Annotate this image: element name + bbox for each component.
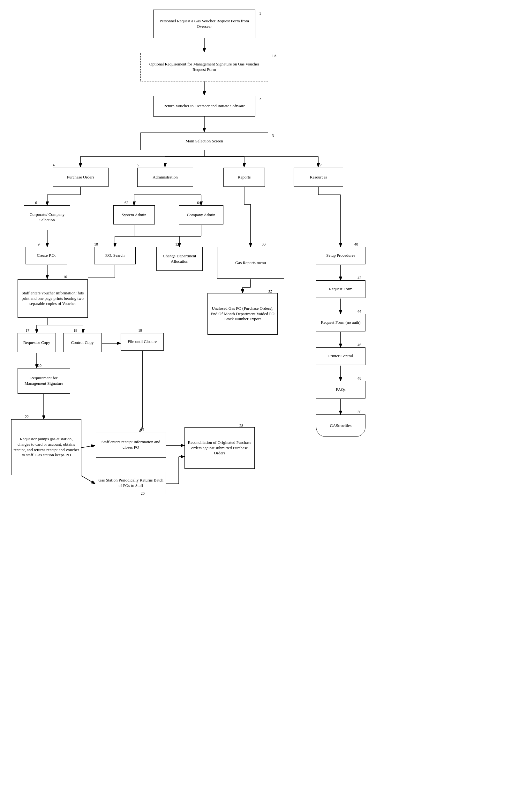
- box-5-administration: Administration: [137, 168, 193, 187]
- box-28-num: 28: [239, 424, 243, 428]
- box-50-label: GAStrocities: [330, 423, 352, 429]
- box-18-control-copy: Control Copy: [63, 333, 101, 352]
- box-40-setup: Setup Procedures: [316, 247, 365, 264]
- box-7-num: 7: [320, 163, 322, 168]
- box-6-num: 6: [35, 201, 37, 205]
- box-10-po-search: P.O. Search: [94, 247, 136, 264]
- box-1a-label: Optional Requirement for Management Sign…: [143, 62, 266, 72]
- box-32-unclosed-gas-po: Unclosed Gas PO (Purchase Orders), End O…: [208, 293, 278, 335]
- box-17-label: Requestor Copy: [23, 340, 50, 346]
- box-42-label: Request Form: [329, 286, 353, 292]
- box-48-faqs: FAQs: [316, 381, 365, 399]
- box-2-label: Return Voucher to Overseer and initiate …: [163, 104, 245, 109]
- box-48-label: FAQs: [336, 387, 345, 393]
- box-24-label: Staff enters receipt information and clo…: [98, 439, 164, 450]
- box-44-label: Request Form (no auth): [321, 320, 361, 325]
- box-18-num: 18: [73, 328, 77, 333]
- box-1a-num: 1A: [272, 54, 277, 58]
- box-30-num: 30: [262, 242, 266, 247]
- arrows-svg: [0, 0, 519, 812]
- box-4-purchase-orders: Purchase Orders: [53, 168, 109, 187]
- box-62-num: 62: [124, 201, 128, 205]
- box-2: Return Voucher to Overseer and initiate …: [153, 96, 255, 117]
- box-40-label: Setup Procedures: [326, 253, 355, 258]
- box-26-label: Gas Station Periodically Returns Batch o…: [98, 478, 164, 489]
- box-22-requestor-pumps: Requestor pumps gas at station, charges …: [11, 419, 82, 475]
- svg-line-56: [82, 445, 95, 448]
- box-10-label: P.O. Search: [105, 253, 124, 258]
- box-18-label: Control Copy: [71, 340, 94, 346]
- box-20-mgmt-sig: Requirement for Management Signature: [18, 368, 70, 394]
- box-9-create-po: Create P.O.: [26, 247, 67, 264]
- box-64-company-admin: Company Admin: [179, 205, 223, 225]
- box-17-num: 17: [26, 328, 29, 333]
- box-30-gas-reports: Gas Reports menu: [217, 247, 284, 279]
- box-30-label: Gas Reports menu: [235, 260, 266, 266]
- box-42-request-form: Request Form: [316, 280, 365, 298]
- box-3-num: 3: [272, 134, 274, 138]
- box-2-num: 2: [259, 97, 261, 102]
- box-50-gastrocities: GAStrocities: [316, 414, 365, 437]
- box-5-num: 5: [137, 163, 139, 168]
- box-46-num: 46: [358, 343, 361, 347]
- box-19-num: 19: [138, 328, 142, 333]
- flowchart: Personnel Request a Gas Voucher Request …: [0, 0, 519, 812]
- box-40-num: 40: [354, 242, 358, 247]
- box-8-num: 8: [243, 163, 245, 168]
- box-7-label: Resources: [310, 175, 327, 180]
- box-16-num: 16: [63, 274, 67, 280]
- box-26-num: 26: [141, 491, 145, 496]
- box-62-label: System Admin: [122, 212, 147, 218]
- box-32-label: Unclosed Gas PO (Purchase Orders), End O…: [210, 306, 275, 322]
- box-48-num: 48: [358, 376, 361, 381]
- box-9-label: Create P.O.: [37, 253, 56, 258]
- box-22-num: 22: [25, 414, 29, 419]
- box-46-label: Printer Control: [328, 353, 353, 359]
- box-3-label: Main Selection Screen: [185, 139, 223, 144]
- box-50-num: 50: [358, 410, 361, 414]
- box-4-label: Purchase Orders: [67, 175, 94, 180]
- box-62-system-admin: System Admin: [113, 205, 155, 225]
- box-64-label: Company Admin: [187, 212, 215, 218]
- box-6-label: Corporate/ Company Selection: [26, 212, 68, 223]
- box-20-label: Requirement for Management Signature: [20, 376, 68, 386]
- box-1-label: Personnel Request a Gas Voucher Request …: [155, 19, 253, 29]
- box-28-reconciliation: Reconciliation of Originated Purchase or…: [184, 427, 255, 469]
- box-8-label: Reports: [238, 175, 250, 180]
- box-44-num: 44: [358, 309, 361, 314]
- box-32-num: 32: [268, 289, 272, 294]
- box-46-printer-control: Printer Control: [316, 347, 365, 365]
- box-4-num: 4: [53, 163, 55, 168]
- box-24-staff-receipt: Staff enters receipt information and clo…: [96, 432, 166, 458]
- box-64-num: 64: [197, 201, 201, 205]
- box-24-num: 24: [141, 427, 144, 432]
- box-1a: Optional Requirement for Management Sign…: [141, 53, 268, 81]
- box-10-num: 10: [94, 242, 98, 247]
- box-20-num: 20: [38, 364, 41, 368]
- box-6-corporate-selection: Corporate/ Company Selection: [24, 205, 70, 229]
- box-12-num: 12: [175, 242, 179, 247]
- box-19-file-closure: File until Closure: [121, 333, 164, 351]
- box-3-main-selection: Main Selection Screen: [141, 133, 268, 150]
- box-1-num: 1: [259, 11, 261, 16]
- box-12-label: Change Department Allocation: [159, 254, 201, 264]
- svg-line-57: [82, 476, 95, 484]
- box-17-requestor-copy: Requestor Copy: [18, 333, 56, 352]
- box-1: Personnel Request a Gas Voucher Request …: [153, 9, 255, 38]
- box-16-label: Staff enters voucher information: hits p…: [20, 291, 86, 307]
- box-7-resources: Resources: [294, 168, 343, 187]
- box-26-gas-station-batch: Gas Station Periodically Returns Batch o…: [96, 472, 166, 494]
- box-44-request-form-no-auth: Request Form (no auth): [316, 314, 365, 331]
- box-8-reports: Reports: [223, 168, 265, 187]
- box-12-change-dept: Change Department Allocation: [156, 247, 203, 271]
- box-9-num: 9: [38, 242, 39, 247]
- box-16-staff-enters-voucher: Staff enters voucher information: hits p…: [18, 280, 88, 318]
- box-28-label: Reconciliation of Originated Purchase or…: [187, 440, 252, 456]
- box-19-label: File until Closure: [128, 339, 157, 345]
- box-42-num: 42: [358, 276, 361, 280]
- box-5-label: Administration: [153, 175, 178, 180]
- box-22-label: Requestor pumps gas at station, charges …: [13, 436, 79, 458]
